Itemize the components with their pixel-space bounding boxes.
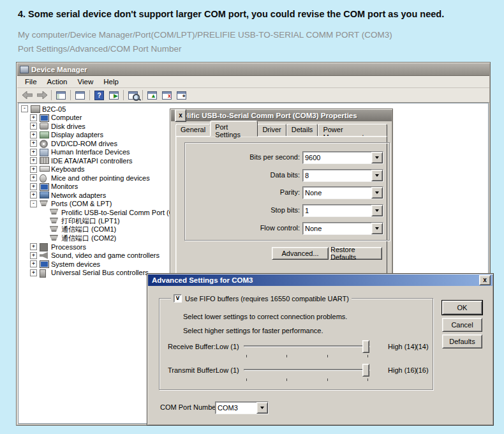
expand-toggle-icon[interactable]: + — [30, 157, 37, 164]
device-manager-title: Device Manager — [31, 66, 87, 73]
tree-item-label: Mice and other pointing devices — [51, 174, 150, 182]
parity-row: Parity: None — [185, 186, 389, 198]
tree-item-label: B2C-05 — [42, 105, 66, 113]
expand-toggle-icon[interactable]: + — [30, 252, 37, 259]
parity-value: None — [303, 189, 371, 197]
slider-track[interactable] — [244, 369, 369, 370]
chevron-down-icon[interactable] — [371, 152, 383, 163]
back-icon[interactable] — [20, 89, 34, 101]
expand-toggle-icon[interactable]: + — [30, 243, 37, 250]
receive-buffer-slider[interactable] — [244, 340, 369, 354]
com-port-number-value: COM3 — [216, 404, 256, 412]
expand-toggle-icon[interactable]: + — [30, 131, 37, 138]
tab-general[interactable]: General — [175, 124, 211, 137]
expand-toggle-icon[interactable]: + — [30, 260, 37, 267]
bits-per-second-row: Bits per second: 9600 — [185, 151, 389, 163]
slider-thumb[interactable] — [362, 340, 369, 353]
toolbar-separator — [89, 90, 90, 100]
expand-toggle-icon[interactable]: + — [30, 191, 37, 198]
toolbar-separator — [142, 90, 143, 100]
device-manager-titlebar[interactable]: Device Manager — [17, 63, 489, 76]
transmit-buffer-value: (16) — [416, 366, 429, 374]
scan-hardware-icon[interactable] — [126, 89, 140, 101]
tree-item-label: Processors — [51, 243, 86, 251]
tab-driver[interactable]: Driver — [257, 124, 286, 137]
restore-defaults-button[interactable]: Restore Defaults — [330, 247, 382, 260]
receive-buffer-high-label: High (14) — [388, 343, 417, 350]
properties-icon[interactable] — [73, 89, 87, 101]
tree-item-label: DVD/CD-ROM drives — [51, 140, 117, 147]
data-bits-select[interactable]: 8 — [302, 169, 383, 182]
flow-control-row: Flow control: None — [185, 222, 389, 234]
menu-file[interactable]: File — [20, 77, 42, 87]
stop-bits-row: Stop bits: 1 — [185, 204, 389, 216]
expand-toggle-icon[interactable]: + — [30, 269, 37, 276]
fifo-checkbox-label: Use FIFO buffers (requires 16550 compati… — [185, 295, 349, 303]
stop-bits-value: 1 — [303, 207, 371, 214]
ok-button[interactable]: OK — [442, 301, 482, 315]
chevron-down-icon[interactable] — [371, 223, 383, 234]
chevron-down-icon[interactable] — [256, 402, 268, 414]
expand-toggle-icon[interactable]: + — [30, 140, 37, 147]
close-icon[interactable]: x — [175, 109, 186, 122]
instruction-heading: 4. Some serial device don't support larg… — [18, 9, 444, 19]
data-bits-value: 8 — [303, 172, 371, 179]
parity-label: Parity: — [205, 188, 300, 196]
advanced-settings-dialog: Advanced Settings for COM3 x v Use FIFO … — [147, 273, 494, 426]
properties-titlebar[interactable]: Prolific USB-to-Serial Comm Port (COM3) … — [171, 110, 392, 121]
defaults-button[interactable]: Defaults — [442, 334, 482, 348]
fifo-checkbox[interactable]: v — [174, 294, 182, 303]
show-console-icon[interactable] — [54, 89, 68, 101]
chevron-down-icon[interactable] — [371, 205, 383, 216]
receive-buffer-label: Receive Buffer: — [168, 343, 216, 350]
disable-device-icon[interactable]: x — [159, 89, 174, 101]
chevron-down-icon[interactable] — [371, 170, 383, 181]
cancel-button[interactable]: Cancel — [442, 318, 482, 332]
close-icon[interactable]: x — [479, 275, 491, 285]
update-driver-icon[interactable]: ▲ — [145, 89, 159, 101]
transmit-buffer-row: Transmit Buffer: Low (1) High (16) (16) — [159, 363, 433, 377]
tree-item-label: Display adapters — [51, 131, 103, 138]
forward-icon[interactable] — [34, 89, 49, 101]
tree-item-label: Network adapters — [51, 191, 106, 199]
bits-per-second-select[interactable]: 9600 — [302, 151, 383, 164]
chevron-down-icon[interactable] — [371, 187, 383, 198]
help-icon[interactable]: ? — [92, 89, 107, 101]
tab-power-management[interactable]: Power Management — [318, 124, 387, 137]
advanced-button[interactable]: Advanced... — [272, 247, 329, 260]
bits-per-second-value: 9600 — [303, 154, 371, 161]
data-bits-label: Data bits: — [205, 171, 300, 179]
collapse-toggle-icon[interactable]: - — [21, 105, 28, 112]
tree-item-label: 通信端口 (COM2) — [61, 234, 116, 243]
show-window-icon[interactable]: ▶ — [107, 89, 121, 101]
properties-title: Prolific USB-to-Serial Comm Port (COM3) … — [175, 112, 390, 119]
stop-bits-select[interactable]: 1 — [302, 204, 383, 217]
slider-track[interactable] — [244, 345, 369, 347]
instruction-path-line1: My computer/Device Manager/Port(COM/LPT)… — [18, 30, 392, 40]
slider-thumb[interactable] — [362, 364, 369, 377]
tree-item-label: Computer — [51, 114, 82, 121]
flow-control-label: Flow control: — [205, 224, 300, 232]
expand-toggle-icon[interactable]: + — [30, 183, 37, 190]
uninstall-device-icon[interactable]: ● — [174, 89, 189, 101]
expand-toggle-icon[interactable]: + — [30, 166, 37, 173]
expand-toggle-icon[interactable]: + — [30, 123, 37, 130]
advanced-settings-titlebar[interactable]: Advanced Settings for COM3 x — [148, 274, 493, 286]
menu-action[interactable]: Action — [42, 77, 73, 87]
flow-control-select[interactable]: None — [302, 222, 383, 235]
com-port-number-select[interactable]: COM3 — [215, 401, 269, 414]
expand-toggle-icon[interactable]: + — [30, 114, 37, 121]
expand-toggle-icon[interactable]: + — [30, 174, 37, 181]
transmit-buffer-slider[interactable] — [244, 363, 369, 377]
expand-toggle-icon[interactable]: + — [30, 149, 37, 156]
menu-help[interactable]: Help — [98, 77, 124, 87]
tree-item-label: IDE ATA/ATAPI controllers — [51, 157, 133, 165]
collapse-toggle-icon[interactable]: - — [30, 200, 37, 207]
toolbar-separator — [123, 90, 124, 100]
parity-select[interactable]: None — [302, 186, 383, 199]
bits-per-second-label: Bits per second: — [205, 153, 300, 161]
tree-item-label: Disk drives — [51, 123, 85, 130]
menu-view[interactable]: View — [73, 77, 99, 87]
tab-details[interactable]: Details — [286, 124, 318, 137]
tab-port-settings[interactable]: Port Settings — [210, 121, 258, 137]
